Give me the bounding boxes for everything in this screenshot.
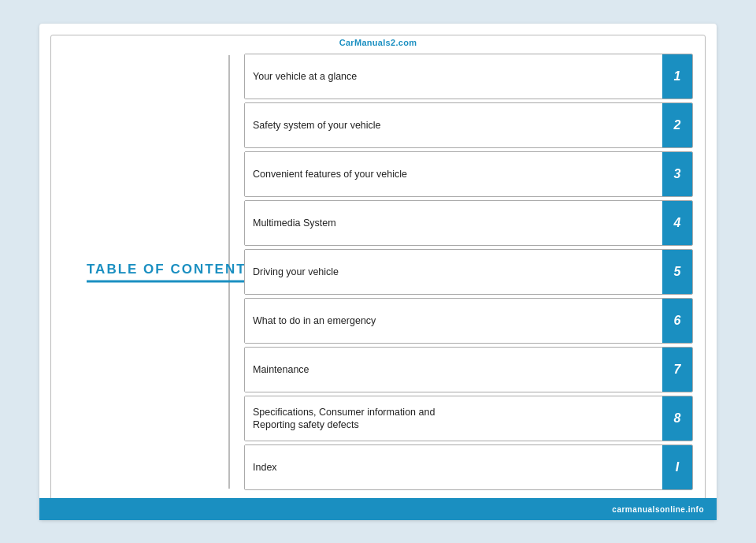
toc-item-label-8: Specifications, Consumer information and… bbox=[245, 396, 662, 441]
toc-item-label-4: Multimedia System bbox=[245, 201, 662, 245]
toc-item-label-3: Convenient features of your vehicle bbox=[245, 152, 662, 196]
toc-item-8[interactable]: Specifications, Consumer information and… bbox=[244, 396, 693, 441]
toc-item-4[interactable]: Multimedia System4 bbox=[244, 200, 693, 246]
toc-item-number-8: 8 bbox=[662, 396, 692, 441]
toc-item-9[interactable]: IndexI bbox=[244, 444, 693, 490]
toc-title-text: TABLE OF CONTENTS bbox=[87, 262, 257, 277]
toc-item-number-5: 5 bbox=[662, 250, 692, 294]
page-container: CarManuals2.com TABLE OF CONTENTS Your v… bbox=[39, 24, 717, 520]
toc-item-2[interactable]: Safety system of your vehicle2 bbox=[244, 102, 693, 148]
toc-item-1[interactable]: Your vehicle at a glance1 bbox=[244, 54, 693, 99]
toc-item-6[interactable]: What to do in an emergency6 bbox=[244, 298, 693, 344]
toc-item-label-2: Safety system of your vehicle bbox=[245, 103, 662, 147]
toc-item-number-7: 7 bbox=[662, 348, 692, 392]
toc-item-label-7: Maintenance bbox=[245, 348, 662, 392]
bottom-bar-text: carmanualsonline.info bbox=[612, 505, 704, 514]
toc-item-number-2: 2 bbox=[662, 103, 692, 147]
watermark: CarManuals2.com bbox=[339, 38, 417, 47]
toc-content-area: Your vehicle at a glance1Safety system o… bbox=[244, 54, 693, 490]
toc-title: TABLE OF CONTENTS bbox=[87, 262, 265, 283]
toc-item-5[interactable]: Driving your vehicle5 bbox=[244, 249, 693, 295]
toc-item-label-1: Your vehicle at a glance bbox=[245, 54, 662, 99]
toc-item-number-3: 3 bbox=[662, 152, 692, 196]
toc-item-label-5: Driving your vehicle bbox=[245, 250, 662, 294]
toc-item-label-9: Index bbox=[245, 445, 662, 489]
toc-item-number-1: 1 bbox=[662, 54, 692, 99]
toc-item-number-9: I bbox=[662, 445, 692, 489]
toc-item-7[interactable]: Maintenance7 bbox=[244, 347, 693, 392]
toc-item-label-6: What to do in an emergency bbox=[245, 299, 662, 343]
bottom-bar: carmanualsonline.info bbox=[39, 498, 717, 520]
toc-item-3[interactable]: Convenient features of your vehicle3 bbox=[244, 151, 693, 197]
toc-item-number-6: 6 bbox=[662, 299, 692, 343]
toc-item-number-4: 4 bbox=[662, 201, 692, 245]
